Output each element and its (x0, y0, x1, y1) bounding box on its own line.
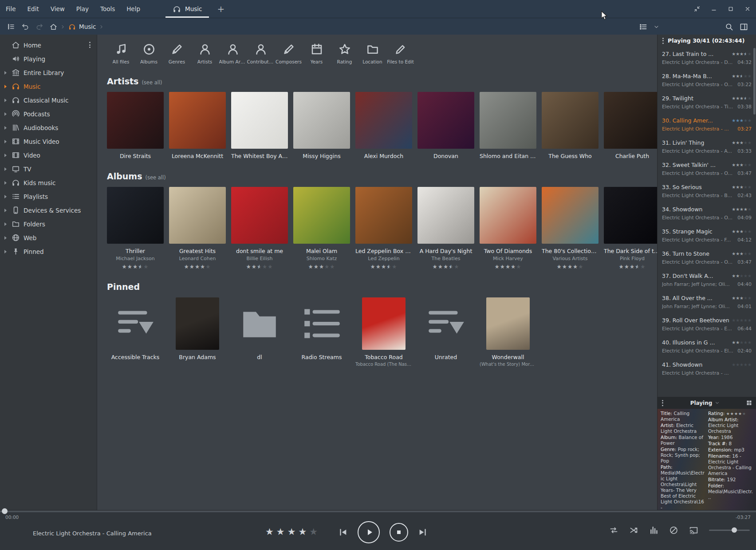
sidebar-item-web[interactable]: Web (0, 231, 97, 245)
album-card[interactable]: dont smile at meBillie Eilish★★★★★★ (231, 187, 288, 270)
sidebar-item-entire-library[interactable]: Entire Library (0, 66, 97, 79)
star-rating[interactable]: ★★★★★ (732, 229, 752, 234)
expander-icon[interactable] (3, 125, 8, 130)
expander-icon[interactable] (3, 249, 8, 254)
sidebar-item-tv[interactable]: TV (0, 162, 97, 176)
queue-track[interactable]: 39. Roll Over Beethoven★★★★★Electric Lig… (662, 313, 752, 335)
volume-handle[interactable] (732, 527, 737, 533)
cast-icon[interactable] (689, 526, 698, 535)
album-card[interactable]: The 80's Collection: ...Various Artists★… (542, 187, 598, 270)
pinned-item-dl[interactable]: dl (231, 297, 288, 367)
expander-icon[interactable] (3, 208, 8, 213)
pinned-item-accessible-tracks[interactable]: Accessible Tracks (107, 297, 164, 367)
menu-edit[interactable]: Edit (22, 0, 45, 18)
star-rating[interactable]: ★★★★★ (732, 318, 752, 323)
seek-bar[interactable] (0, 510, 756, 512)
queue-track[interactable]: 38. All Over the ...★★★★★John Farrar; Je… (662, 291, 752, 313)
category-all-files[interactable]: All files (107, 41, 135, 64)
star-rating[interactable]: ★★★★★ (494, 263, 521, 270)
close-button[interactable] (739, 0, 756, 18)
albums-see-all-link[interactable]: (see all) (145, 174, 165, 181)
artist-card[interactable]: Loreena McKennitt (169, 92, 226, 159)
album-card[interactable]: A Hard Day's NightThe Beatles★★★★★★ (417, 187, 474, 270)
nav-panel-toggle-button[interactable] (4, 20, 18, 33)
queue-track[interactable]: 31. Livin' Thing★★★★★Electric Light Orch… (662, 135, 752, 158)
sidebar-item-music[interactable]: Music (0, 79, 97, 93)
sidebar-item-audiobooks[interactable]: Audiobooks (0, 121, 97, 135)
player-rating[interactable]: ★★★★★ (265, 526, 320, 537)
star-rating[interactable]: ★★★★★★ (732, 96, 752, 101)
queue-track[interactable]: 40. Illusions in G ...★★★★★Electric Ligh… (662, 335, 752, 357)
new-tab-button[interactable]: + (211, 0, 231, 18)
expander-icon[interactable] (3, 84, 8, 89)
category-contributin[interactable]: Contributin... (247, 41, 275, 64)
pinned-item-bryan-adams[interactable]: Bryan Adams (169, 297, 226, 367)
stop-button[interactable] (390, 523, 408, 542)
chevron-down-icon[interactable] (654, 24, 659, 30)
now-playing-kebab-icon[interactable] (661, 399, 664, 407)
album-card[interactable]: Two Of DiamondsMick Harvey★★★★★ (480, 187, 536, 270)
queue-track[interactable]: 32. Sweet Talkin' ...★★★★★Electric Light… (662, 158, 752, 180)
queue-scrollbar[interactable] (753, 48, 756, 115)
star-rating[interactable]: ★★★★★ (732, 340, 752, 345)
expander-icon[interactable] (3, 235, 8, 240)
star-rating[interactable]: ★★★★★ (732, 118, 752, 123)
queue-track[interactable]: 34. Showdown★★★★★Electric Light Orchestr… (662, 202, 752, 224)
sidebar-item-pinned[interactable]: Pinned (0, 245, 97, 258)
category-rating[interactable]: Rating (331, 41, 358, 64)
sidebar-item-devices-services[interactable]: Devices & Services (0, 203, 97, 217)
queue-track[interactable]: 33. So Serious★★★★★Electric Light Orches… (662, 180, 752, 202)
star-rating[interactable]: ★★★★★★ (732, 51, 752, 56)
queue-kebab-icon[interactable] (662, 37, 665, 45)
star-rating[interactable]: ★★★★★ (556, 263, 583, 270)
category-location[interactable]: Location (358, 41, 386, 64)
star-rating[interactable]: ★★★★★★ (432, 263, 459, 270)
artist-card[interactable]: Dire Straits (107, 92, 164, 159)
minibar-toggle-button[interactable] (689, 0, 705, 18)
star-rating[interactable]: ★★★★★★ (618, 263, 646, 270)
seek-handle[interactable] (2, 508, 8, 514)
pinned-item-unrated[interactable]: Unrated (417, 297, 474, 367)
maximize-button[interactable] (722, 0, 739, 18)
menu-tools[interactable]: Tools (94, 0, 121, 18)
artist-card[interactable]: Charlie Puth (604, 92, 657, 159)
pinned-item-tobacco-road[interactable]: Tobacco RoadTobacco Road (The Nashvi... (355, 297, 412, 367)
artists-see-all-link[interactable]: (see all) (142, 79, 162, 86)
star-rating[interactable]: ★★★★★ (732, 207, 752, 212)
category-files-to-edit[interactable]: Files to Edit (386, 41, 414, 64)
expander-icon[interactable] (3, 70, 8, 75)
category-artists[interactable]: Artists (191, 41, 219, 64)
next-button[interactable] (418, 527, 428, 537)
star-rating[interactable]: ★★★★★ (732, 140, 752, 145)
star-rating[interactable]: ★★★★★★ (246, 263, 273, 270)
expander-icon[interactable] (3, 153, 8, 158)
star-rating[interactable]: ★★★★★★ (370, 263, 397, 270)
menu-view[interactable]: View (45, 0, 71, 18)
home-icon[interactable] (50, 23, 57, 31)
queue-track[interactable]: 30. Calling Amer...★★★★★Electric Light O… (662, 113, 752, 135)
star-rating[interactable]: ★★★★★ (732, 273, 752, 278)
album-card[interactable]: The Dark Side of the...Pink Floyd★★★★★★ (604, 187, 657, 270)
menu-play[interactable]: Play (71, 0, 94, 18)
star-rating[interactable]: ★★★★★★ (122, 263, 149, 270)
queue-track[interactable]: 29. Twilight★★★★★★Electric Light Orchest… (662, 91, 752, 113)
sidebar-item-playing[interactable]: Playing (0, 52, 97, 66)
queue-track[interactable]: 28. Ma-Ma-Ma B...★★★★★★Electric Light Or… (662, 69, 752, 91)
queue-track[interactable]: 27. Last Train to ...★★★★★★Electric Ligh… (662, 47, 752, 69)
album-card[interactable]: Led Zeppelin Box Se...Led Zeppelin★★★★★★ (355, 187, 412, 270)
redo-button[interactable] (33, 20, 46, 33)
grid-view-icon[interactable] (746, 400, 752, 406)
category-genres[interactable]: Genres (163, 41, 191, 64)
artist-card[interactable]: Shlomo and Eitan K... (480, 92, 536, 159)
queue-track[interactable]: 35. Strange Magic★★★★★Electric Light Orc… (662, 224, 752, 246)
sidebar-item-video[interactable]: Video (0, 148, 97, 162)
category-albums[interactable]: Albums (135, 41, 163, 64)
star-rating[interactable]: ★★★★★ (732, 296, 752, 301)
repeat-icon[interactable] (609, 526, 618, 535)
sidebar-item-podcasts[interactable]: Podcasts (0, 107, 97, 121)
sidebar-item-kids-music[interactable]: Kids music (0, 176, 97, 190)
category-album-artis[interactable]: Album Artis... (219, 41, 247, 64)
now-playing-title-wrap[interactable]: Playing (667, 400, 743, 406)
pinned-item-radio-streams[interactable]: Radio Streams (293, 297, 350, 367)
menu-help[interactable]: Help (121, 0, 146, 18)
